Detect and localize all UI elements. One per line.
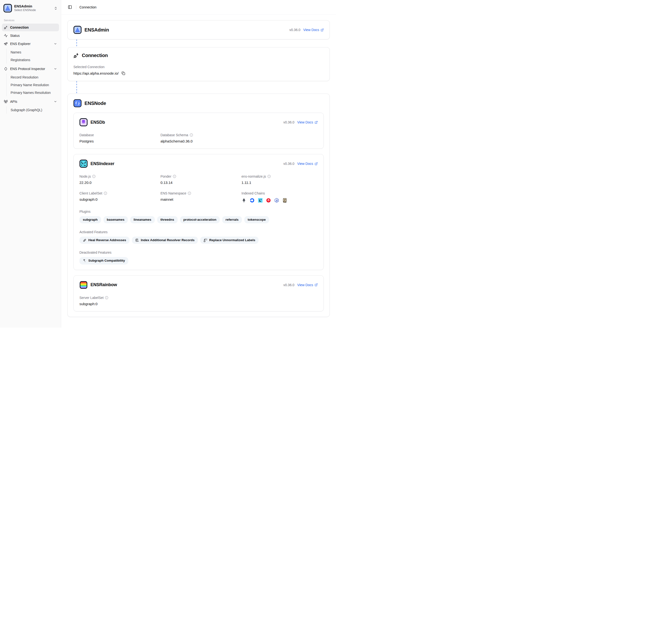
breadcrumb: Connection: [79, 5, 97, 9]
sidebar-item-ens-protocol-inspector[interactable]: ENS Protocol Inspector: [2, 65, 59, 73]
plugin-chip: lineanames: [130, 216, 155, 223]
field-label: ENS Namespace: [161, 191, 186, 195]
database-field: Database Postgres: [79, 133, 156, 143]
plugin-chip: subgraph: [79, 216, 101, 223]
ensadmin-card: ENSAdmin v0.36.0 View Docs: [67, 20, 330, 40]
external-link-icon: [315, 283, 318, 286]
external-link-icon: [315, 121, 318, 124]
ensindexer-logo-icon: [79, 160, 88, 168]
field-label: Ponder: [161, 174, 171, 178]
view-docs-link[interactable]: View Docs: [303, 28, 324, 32]
sidebar-item-apis[interactable]: APIs: [2, 98, 59, 105]
deactivated-features-section: Deactivated Features Subgraph Compatibil…: [79, 250, 318, 264]
version-badge: v0.36.0: [283, 283, 294, 287]
database-plus-icon: [135, 239, 139, 242]
info-icon[interactable]: [267, 175, 271, 178]
ponder-field: Ponder 0.13.14: [161, 174, 237, 185]
ens-diamond-icon: [4, 67, 8, 71]
ens-protocol-inspector-submenu: Record Resolution Primary Name Resolutio…: [6, 74, 59, 96]
field-value: 0.13.14: [161, 180, 173, 185]
activated-features-label: Activated Features: [79, 230, 318, 234]
ensnode-card-title: ENSNode: [85, 101, 106, 106]
app-title: ENSAdmin: [14, 4, 36, 8]
replace-icon: [203, 239, 207, 242]
plugin-chip: protocol-acceleration: [180, 216, 220, 223]
content: ENSAdmin v0.36.0 View Docs: [61, 15, 336, 327]
app-subtitle: Select ENSNode: [14, 9, 36, 12]
view-docs-label: View Docs: [297, 283, 313, 287]
feature-chip: Subgraph Compatibility: [79, 257, 128, 264]
ens-namespace-field: ENS Namespace mainnet: [161, 191, 237, 203]
chain-linea-icon: [258, 198, 263, 203]
ensindexer-card: ENSIndexer v0.36.0 View Docs: [73, 154, 324, 270]
sidebar-item-subgraph-graphql[interactable]: Subgraph (GraphQL): [8, 106, 59, 114]
feature-label: Replace Unnormalized Labels: [209, 238, 255, 242]
sidebar-toggle-button[interactable]: [67, 4, 73, 10]
field-label: Server LabelSet: [79, 296, 103, 300]
info-icon[interactable]: [190, 133, 193, 137]
info-icon[interactable]: [104, 192, 107, 195]
sidebar-item-status[interactable]: Status: [2, 32, 59, 40]
info-icon[interactable]: [188, 192, 191, 195]
radio-tower-icon: [4, 100, 8, 103]
connector-line: [76, 40, 77, 47]
info-icon[interactable]: [92, 175, 96, 178]
ensnode-selector[interactable]: ENSAdmin Select ENSNode: [2, 2, 59, 14]
sidebar-item-primary-name-resolution[interactable]: Primary Name Resolution: [8, 81, 59, 89]
info-icon[interactable]: [105, 296, 108, 299]
info-icon[interactable]: [173, 175, 176, 178]
sidebar-item-names[interactable]: Names: [8, 49, 59, 56]
field-label: ens-normalize.js: [241, 174, 266, 178]
deactivated-features-label: Deactivated Features: [79, 250, 318, 254]
field-value: 1.11.1: [241, 180, 251, 185]
plug-zap-icon: [4, 25, 8, 29]
activity-icon: [4, 34, 8, 38]
ensdb-card-title: ENSDb: [91, 120, 105, 125]
chain-arbitrum-icon: [274, 198, 279, 203]
sidebar-item-label: Record Resolution: [10, 75, 38, 79]
sidebar-item-primary-names-resolution[interactable]: Primary Names Resolution: [8, 89, 59, 96]
sidebar-item-label: Primary Names Resolution: [10, 91, 51, 95]
copy-url-button[interactable]: [121, 71, 126, 76]
sidebar-item-label: Connection: [10, 25, 29, 29]
sidebar-item-registrations[interactable]: Registrations: [8, 56, 59, 64]
feature-label: Heal Reverse Addresses: [88, 238, 126, 242]
version-badge: v0.36.0: [283, 162, 294, 166]
field-value: 22.20.0: [79, 180, 92, 185]
ensindexer-card-title: ENSIndexer: [91, 161, 114, 166]
sidebar-item-ens-explorer[interactable]: ENS Explorer: [2, 40, 59, 48]
bandage-icon: [83, 239, 87, 242]
field-label: Node.js: [79, 174, 91, 178]
separator: [76, 5, 76, 9]
ensadmin-logo-icon: [3, 4, 12, 13]
connection-url: https://api.alpha.ensnode.io/: [73, 71, 119, 75]
field-value: subgraph:0: [79, 302, 97, 306]
activated-features-section: Activated Features Heal Reverse Addresse…: [79, 230, 318, 244]
view-docs-link[interactable]: View Docs: [297, 283, 318, 287]
sidebar-item-connection[interactable]: Connection: [2, 24, 59, 31]
ensdb-logo-icon: [79, 118, 88, 126]
connection-card-title: Connection: [82, 53, 108, 58]
external-link-icon: [315, 162, 318, 165]
view-docs-link[interactable]: View Docs: [297, 162, 318, 166]
sidebar-item-label: Subgraph (GraphQL): [10, 108, 42, 112]
ensadmin-logo-icon: [73, 26, 81, 34]
plugins-label: Plugins: [79, 210, 318, 214]
waypoints-icon: [83, 259, 87, 263]
ensnode-card: ENSNode ENSDb v0.36.0 View Docs: [67, 94, 330, 317]
ensdb-card: ENSDb v0.36.0 View Docs: [73, 113, 324, 149]
feature-label: Subgraph Compatibility: [88, 259, 125, 263]
version-badge: v0.36.0: [283, 120, 294, 124]
ensrainbow-logo-icon: [79, 281, 88, 289]
plugin-chip: tokenscope: [244, 216, 269, 223]
topbar: Connection: [61, 0, 336, 15]
sidebar-item-record-resolution[interactable]: Record Resolution: [8, 74, 59, 81]
chain-scroll-icon: [282, 198, 287, 203]
field-value: subgraph:0: [79, 197, 97, 201]
chevron-down-icon: [54, 67, 57, 71]
client-labelset-field: Client LabelSet subgraph:0: [79, 191, 156, 203]
copy-icon: [122, 71, 125, 75]
view-docs-link[interactable]: View Docs: [297, 120, 318, 124]
sidebar-item-label: Names: [10, 50, 21, 54]
field-label: Client LabelSet: [79, 191, 102, 195]
